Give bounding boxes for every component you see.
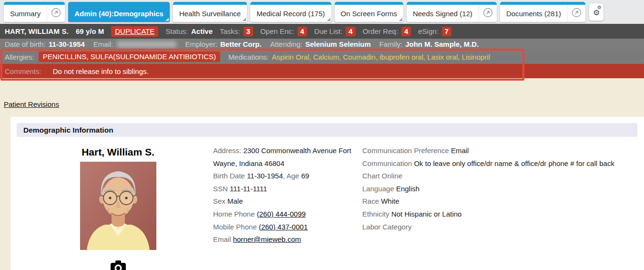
address-label: Address: bbox=[213, 146, 241, 155]
patient-info-line: Date of birth: 11-30-1954 Email: Employe… bbox=[0, 39, 644, 50]
sex-label: Sex bbox=[213, 197, 225, 205]
preference-value: White bbox=[381, 197, 399, 205]
comments-value: Do not release info to siblings. bbox=[53, 67, 149, 75]
popout-button[interactable] bbox=[47, 6, 65, 22]
patient-photo-column: Hart, William S. bbox=[60, 146, 176, 270]
order-req-field: Order Req: 4 bbox=[363, 27, 411, 36]
preference-row: Race White bbox=[362, 195, 641, 208]
tasks-label: Tasks: bbox=[220, 27, 240, 35]
gears-icon: ⚙ bbox=[593, 9, 600, 17]
preference-row: Communication Preference Email bbox=[362, 145, 641, 157]
patient-revisions-link[interactable]: Patient Revisions bbox=[4, 100, 59, 108]
tab-admin-demographics[interactable]: Admin (40):Demographics bbox=[68, 2, 170, 22]
section-title: Demographic Information bbox=[23, 126, 113, 135]
comments-line: Comments: Do not release info to sibling… bbox=[0, 64, 644, 78]
home-phone-link[interactable]: (260) 444-0099 bbox=[257, 210, 306, 218]
dob-field: Date of birth: 11-30-1954 bbox=[5, 40, 85, 48]
email-link[interactable]: horner@mieweb.com bbox=[233, 235, 301, 243]
tab-medical-record[interactable]: Medical Record (175) bbox=[250, 2, 331, 22]
main-content: Patient Revisions Demographic Informatio… bbox=[0, 78, 644, 270]
esign-field: eSign: 7 bbox=[418, 27, 451, 36]
preference-row: Communication Ok to leave only office/dr… bbox=[362, 157, 641, 170]
tab-health-surveillance[interactable]: Health Surveillance bbox=[173, 2, 247, 22]
tab-needs-signed[interactable]: Needs Signed (12) bbox=[407, 2, 497, 22]
preference-value: Email bbox=[451, 146, 469, 155]
settings-button[interactable]: ⚙ ⚙ bbox=[589, 3, 604, 21]
tab-dropdown-corner-icon[interactable] bbox=[399, 18, 402, 21]
preference-label: Chart Online bbox=[362, 172, 402, 180]
preference-value: Ok to leave only office/dr name & office… bbox=[414, 159, 614, 167]
open-enc-count-badge[interactable]: 4 bbox=[297, 27, 307, 36]
popout-button[interactable] bbox=[479, 6, 497, 22]
preference-row: Chart Online bbox=[362, 170, 641, 183]
tab-top-strip bbox=[68, 2, 170, 5]
mobile-phone-label: Mobile Phone bbox=[213, 223, 257, 231]
email-field: Email: bbox=[93, 40, 177, 48]
patient-age-sex: 69 y/o M bbox=[76, 27, 104, 35]
attending-label: Attending: bbox=[270, 40, 303, 48]
due-list-label: Due List: bbox=[314, 27, 342, 35]
demographics-card: Demographic Information Hart, William S. bbox=[10, 117, 644, 270]
open-enc-label: Open Enc: bbox=[260, 27, 294, 35]
preference-label: Language bbox=[362, 185, 394, 193]
sex-value: Male bbox=[227, 197, 243, 205]
email-label-detail: Email bbox=[213, 235, 231, 243]
sex-field: Sex Male bbox=[213, 195, 360, 208]
preference-row: Ethnicity Not Hispanic or Latino bbox=[362, 208, 641, 221]
popout-arrow-icon bbox=[51, 8, 61, 18]
preference-label: Ethnicity bbox=[362, 210, 389, 218]
tab-label: Documents (281) bbox=[500, 10, 567, 22]
order-req-count-badge[interactable]: 4 bbox=[401, 27, 411, 36]
medications-list[interactable]: Aspirin Oral, Calcium, Coumadin, ibuprof… bbox=[272, 53, 490, 61]
edit-photo-button[interactable] bbox=[110, 260, 126, 270]
ssn-field: SSN 111-11-1111 bbox=[213, 183, 360, 196]
patient-banner: HART, WILLIAM S. 69 y/o M DUPLICATE Stat… bbox=[0, 24, 644, 39]
dob-label: Date of birth: bbox=[5, 40, 46, 48]
tab-label: Health Surveillance bbox=[173, 10, 247, 22]
employer-label: Employer: bbox=[185, 40, 217, 48]
age-value: 69 bbox=[301, 172, 309, 180]
tab-top-strip bbox=[407, 2, 497, 5]
popout-button[interactable] bbox=[567, 6, 585, 22]
status-value: Active bbox=[191, 27, 213, 35]
status-label: Status: bbox=[165, 27, 188, 35]
employer-field: Employer: Better Corp. bbox=[185, 40, 261, 48]
chart-tab-bar: Summary Admin (40):Demographics Health S… bbox=[0, 0, 644, 24]
family-label: Family: bbox=[379, 40, 402, 48]
ssn-label: SSN bbox=[213, 185, 228, 193]
allergies-medications-line: Allergies: PENICILLINS, SULFA(SULFONAMID… bbox=[0, 50, 644, 64]
attending-field: Attending: Selenium Selenium bbox=[270, 40, 371, 48]
duplicate-badge[interactable]: DUPLICATE bbox=[111, 26, 158, 37]
status-field: Status: Active bbox=[165, 27, 213, 35]
camera-icon bbox=[110, 260, 126, 270]
birth-date-value: 11-30-1954 bbox=[247, 172, 283, 180]
address-field: Address: 2300 Commonwealth Avenue Fort W… bbox=[213, 145, 360, 170]
preference-label: Communication Preference bbox=[362, 146, 449, 155]
allergies-label: Allergies: bbox=[5, 53, 34, 61]
esign-count-badge[interactable]: 7 bbox=[442, 27, 451, 36]
home-phone-field: Home Phone (260) 444-0099 bbox=[213, 208, 360, 221]
preference-label: Communication bbox=[362, 159, 412, 167]
tab-documents[interactable]: Documents (281) bbox=[500, 2, 585, 22]
patient-photo bbox=[80, 162, 156, 250]
tasks-count-badge[interactable]: 3 bbox=[244, 27, 253, 36]
esign-label: eSign: bbox=[418, 27, 439, 35]
popout-arrow-icon bbox=[572, 8, 582, 18]
tab-dropdown-corner-icon[interactable] bbox=[243, 18, 246, 21]
tab-label: On Screen Forms bbox=[335, 10, 403, 22]
due-list-field: Due List: 4 bbox=[314, 27, 356, 36]
due-list-count-badge[interactable]: 4 bbox=[346, 27, 355, 36]
tab-dropdown-corner-icon[interactable] bbox=[165, 18, 169, 21]
order-req-label: Order Req: bbox=[363, 27, 398, 35]
tab-top-strip bbox=[4, 2, 65, 5]
address-line1: 2300 Commonwealth Avenue bbox=[243, 146, 337, 155]
allergies-badge[interactable]: PENICILLINS, SULFA(SULFONAMIDE ANTIBIOTI… bbox=[39, 52, 220, 62]
tab-on-screen-forms[interactable]: On Screen Forms bbox=[335, 2, 403, 22]
tab-summary[interactable]: Summary bbox=[4, 2, 65, 22]
dob-value: 11-30-1954 bbox=[49, 40, 85, 48]
section-header: Demographic Information bbox=[17, 123, 637, 137]
mobile-phone-link[interactable]: (260) 437-0001 bbox=[259, 223, 308, 231]
tab-dropdown-corner-icon[interactable] bbox=[327, 18, 330, 21]
mobile-phone-field: Mobile Phone (260) 437-0001 bbox=[213, 221, 360, 234]
preference-label: Labor Category bbox=[362, 223, 411, 231]
